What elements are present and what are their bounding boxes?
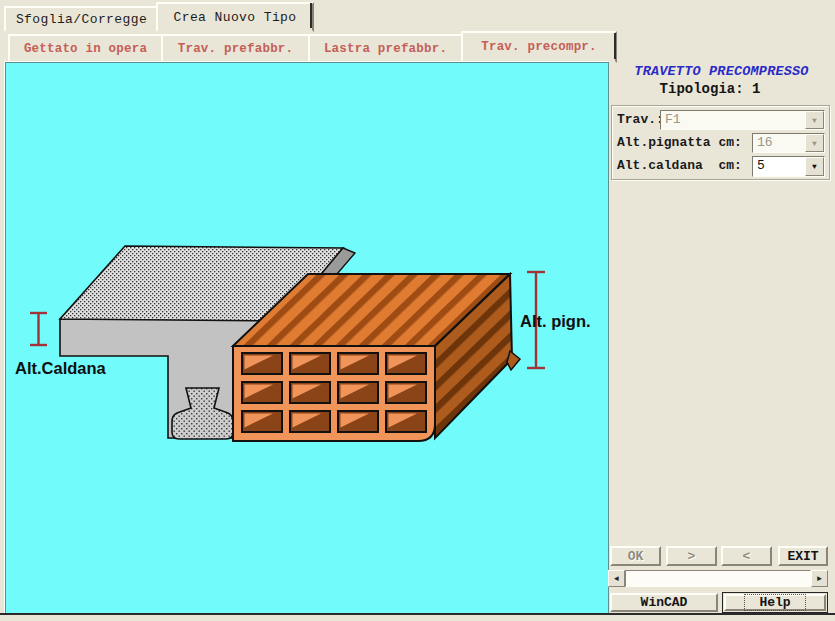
alt-pignatta-field-label: Alt.pignatta cm:: [617, 135, 742, 150]
alt-caldana-combobox-value[interactable]: 5: [753, 157, 805, 176]
trav-combobox-arrow-icon: ▼: [805, 111, 824, 129]
pignatta-dimension-label: Alt. pign.: [520, 312, 591, 331]
trav-field-label: Trav.:: [617, 112, 664, 127]
floor-section-diagram: [6, 63, 608, 614]
alt-pignatta-combobox-value: 16: [753, 134, 805, 152]
subtab-lastra-prefabbr[interactable]: Lastra prefabbr.: [308, 34, 463, 63]
alt-caldana-combobox[interactable]: 5 ▼: [752, 156, 825, 177]
wincad-button[interactable]: WinCAD: [610, 593, 718, 612]
window-bottom-edge: [0, 613, 835, 615]
subtab-row-divider: [614, 33, 616, 59]
subtab-gettato-in-opera[interactable]: Gettato in opera: [8, 34, 163, 63]
panel-title: TRAVETTO PRECOMPRESSO: [608, 64, 835, 79]
exit-button[interactable]: EXIT: [778, 546, 828, 566]
trav-combobox-value: F1: [661, 111, 805, 129]
scrollbar-track[interactable]: [625, 570, 811, 587]
panel-subtitle: Tipologia: 1: [600, 81, 820, 97]
help-button[interactable]: Help: [722, 592, 828, 613]
subtab-trav-precompr[interactable]: Trav. precompr.: [461, 31, 617, 63]
alt-pignatta-combobox: 16 ▼: [752, 133, 825, 153]
caldana-dimension-label: Alt.Caldana: [15, 359, 106, 378]
prev-button: <: [721, 546, 772, 566]
ok-button: OK: [610, 546, 661, 566]
tab-sfoglia-corregge[interactable]: Sfoglia/Corregge: [4, 6, 159, 32]
alt-caldana-combobox-arrow-icon[interactable]: ▼: [805, 157, 824, 176]
preview-canvas: Alt.Caldana Alt. pign.: [5, 62, 609, 615]
tab-row-divider: [310, 3, 312, 28]
alt-caldana-field-label: Alt.caldana cm:: [617, 158, 742, 173]
help-button-label: Help: [745, 595, 804, 610]
wincad-window: Sfoglia/Corregge Crea Nuovo Tipo Gettato…: [0, 0, 835, 621]
help-button-face: Help: [724, 594, 826, 611]
trav-combobox: F1 ▼: [660, 110, 825, 130]
tab-crea-nuovo-tipo[interactable]: Crea Nuovo Tipo: [156, 2, 314, 32]
alt-pignatta-combobox-arrow-icon: ▼: [805, 134, 824, 152]
horizontal-scrollbar[interactable]: ◄ ►: [608, 570, 828, 587]
scroll-right-icon[interactable]: ►: [811, 570, 828, 587]
next-button: >: [666, 546, 717, 566]
subtab-trav-prefabbr[interactable]: Trav. prefabbr.: [161, 34, 310, 63]
scroll-left-icon[interactable]: ◄: [608, 570, 625, 587]
